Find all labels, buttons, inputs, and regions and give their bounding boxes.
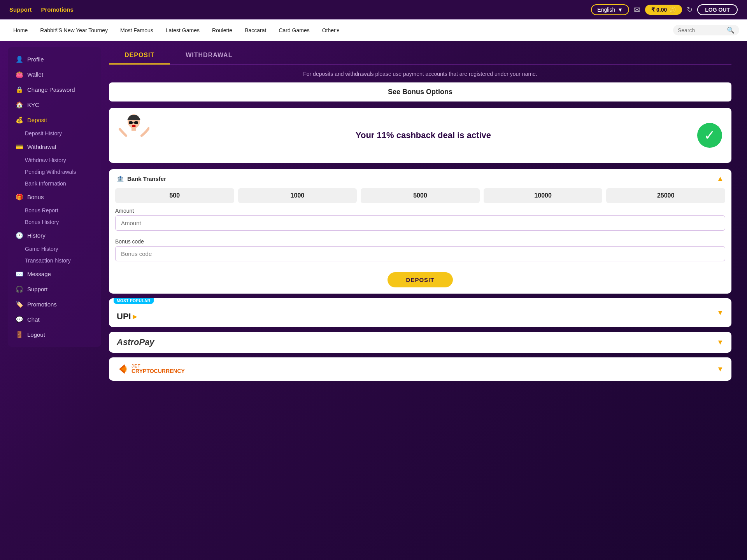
- sidebar-label-kyc: KYC: [27, 102, 39, 108]
- nav-baccarat[interactable]: Baccarat: [239, 25, 272, 36]
- astropay-card[interactable]: AstroPay ▼: [109, 332, 731, 353]
- sidebar-label-withdraw-history: Withdraw History: [25, 157, 66, 163]
- bonus-code-input[interactable]: [115, 246, 725, 261]
- sidebar-item-deposit-history[interactable]: Deposit History: [8, 128, 101, 139]
- profile-icon: 👤: [16, 56, 23, 63]
- astropay-chevron-down-icon: ▼: [717, 338, 724, 346]
- sidebar-item-promotions[interactable]: 🏷️ Promotions: [8, 297, 101, 312]
- svg-rect-4: [132, 128, 136, 131]
- bank-transfer-card: 🏦 Bank Transfer ▲ 500 1000 5000 10000 25…: [109, 169, 731, 294]
- support-icon: 🎧: [16, 285, 23, 293]
- bank-transfer-chevron-up-icon: ▲: [717, 175, 724, 183]
- sidebar-item-history[interactable]: 🕐 History: [8, 228, 101, 243]
- sidebar-label-logout: Logout: [27, 331, 45, 338]
- sidebar-label-deposit: Deposit: [27, 117, 47, 123]
- sidebar-item-chat[interactable]: 💬 Chat: [8, 312, 101, 327]
- bank-icon: 🏦: [117, 175, 124, 182]
- sidebar-item-profile[interactable]: 👤 Profile: [8, 52, 101, 67]
- bonus-code-label: Bonus code: [115, 238, 725, 245]
- info-text: For deposits and withdrawals please use …: [109, 71, 731, 77]
- sidebar-item-wallet[interactable]: 👛 Wallet: [8, 67, 101, 82]
- chat-icon: 💬: [16, 316, 23, 323]
- sidebar-item-logout[interactable]: 🚪 Logout: [8, 327, 101, 342]
- sidebar-item-bonus[interactable]: 🎁 Bonus: [8, 189, 101, 205]
- sidebar-label-profile: Profile: [27, 56, 44, 63]
- main-layout: 👤 Profile 👛 Wallet 🔒 Change Password 🏠 K…: [0, 41, 747, 560]
- sidebar-item-transaction-history[interactable]: Transaction history: [8, 255, 101, 266]
- nav-tourney[interactable]: Rabbit\'S New Year Tourney: [35, 25, 113, 36]
- sidebar-item-change-password[interactable]: 🔒 Change Password: [8, 82, 101, 97]
- sidebar-item-support[interactable]: 🎧 Support: [8, 282, 101, 297]
- sidebar-item-bank-information[interactable]: Bank Information: [8, 178, 101, 189]
- chevron-down-icon: ▼: [617, 7, 623, 13]
- promotions-link[interactable]: Promotions: [41, 6, 74, 13]
- logout-button[interactable]: LOG OUT: [697, 4, 738, 15]
- jet-chevron-down-icon: ▼: [717, 365, 724, 373]
- cashback-check-icon: ✓: [697, 123, 722, 148]
- amount-btn-1000[interactable]: 1000: [238, 188, 357, 203]
- svg-rect-1: [129, 121, 133, 124]
- amount-btn-25000[interactable]: 25000: [606, 188, 725, 203]
- bank-transfer-title: 🏦 Bank Transfer: [117, 175, 166, 182]
- sidebar-item-bonus-report[interactable]: Bonus Report: [8, 205, 101, 216]
- astropay-text: AstroPay: [117, 337, 154, 347]
- sidebar-item-kyc[interactable]: 🏠 KYC: [8, 97, 101, 112]
- sidebar-label-bonus: Bonus: [27, 194, 44, 200]
- sidebar-label-message: Message: [27, 271, 51, 277]
- nav-roulette[interactable]: Roulette: [207, 25, 238, 36]
- amount-btn-5000[interactable]: 5000: [361, 188, 480, 203]
- sidebar-label-transaction-history: Transaction history: [25, 257, 71, 264]
- upi-logo: UPI ▶: [117, 308, 137, 322]
- tab-deposit[interactable]: DEPOSIT: [109, 47, 170, 65]
- wallet-button[interactable]: ₹ 0.00 🪙: [645, 5, 682, 15]
- amount-input[interactable]: [115, 215, 725, 231]
- top-bar-right: English ▼ ✉ ₹ 0.00 🪙 ↻ LOG OUT: [591, 4, 738, 15]
- sidebar-item-message[interactable]: ✉️ Message: [8, 266, 101, 282]
- bank-transfer-header[interactable]: 🏦 Bank Transfer ▲: [109, 169, 731, 188]
- sidebar-label-withdrawal: Withdrawal: [27, 144, 56, 150]
- nav-other[interactable]: Other ▾: [317, 25, 345, 36]
- jet-card[interactable]: JET CRYPTOCURRENCY ▼: [109, 357, 731, 381]
- deposit-action-button[interactable]: DEPOSIT: [388, 272, 453, 287]
- sidebar-label-bonus-report: Bonus Report: [25, 207, 58, 214]
- jet-crypto-label: CRYPTOCURRENCY: [132, 368, 185, 374]
- sidebar-item-withdraw-history[interactable]: Withdraw History: [8, 154, 101, 166]
- sidebar-item-deposit[interactable]: 💰 Deposit: [8, 112, 101, 128]
- tab-withdrawal[interactable]: WITHDRAWAL: [170, 47, 248, 64]
- sidebar-label-bank-information: Bank Information: [25, 180, 66, 187]
- kyc-icon: 🏠: [16, 101, 23, 108]
- refresh-button[interactable]: ↻: [687, 5, 693, 14]
- mail-icon[interactable]: ✉: [634, 5, 640, 14]
- support-link[interactable]: Support: [9, 6, 32, 13]
- sidebar: 👤 Profile 👛 Wallet 🔒 Change Password 🏠 K…: [8, 47, 101, 347]
- astropay-logo: AstroPay: [117, 337, 154, 347]
- cashback-person-image: [118, 112, 149, 158]
- sidebar-item-pending-withdrawals[interactable]: Pending Withdrawals: [8, 166, 101, 178]
- sidebar-item-withdrawal[interactable]: 💳 Withdrawal: [8, 139, 101, 154]
- nav-home[interactable]: Home: [8, 25, 33, 36]
- nav-latest-games[interactable]: Latest Games: [160, 25, 205, 36]
- amount-btn-10000[interactable]: 10000: [484, 188, 603, 203]
- bonus-options-button[interactable]: See Bonus Options: [109, 82, 731, 102]
- amount-btn-500[interactable]: 500: [115, 188, 234, 203]
- promotions-icon: 🏷️: [16, 301, 23, 308]
- amount-label: Amount: [115, 208, 725, 214]
- most-popular-badge: MOST POPULAR: [114, 298, 154, 304]
- sidebar-label-wallet: Wallet: [27, 71, 43, 78]
- sidebar-label-history: History: [27, 232, 46, 239]
- sidebar-label-deposit-history: Deposit History: [25, 130, 62, 136]
- sidebar-item-bonus-history[interactable]: Bonus History: [8, 216, 101, 228]
- wallet-amount: ₹ 0.00: [651, 7, 667, 13]
- sidebar-item-game-history[interactable]: Game History: [8, 243, 101, 255]
- sidebar-label-change-password: Change Password: [27, 86, 75, 93]
- nav-card-games[interactable]: Card Games: [273, 25, 315, 36]
- wallet-icon: 👛: [16, 71, 23, 78]
- nav-most-famous[interactable]: Most Famous: [115, 25, 159, 36]
- language-button[interactable]: English ▼: [591, 4, 629, 15]
- search-input[interactable]: [678, 27, 724, 33]
- message-icon: ✉️: [16, 270, 23, 278]
- upi-card[interactable]: MOST POPULAR UPI ▶ ▼: [109, 298, 731, 327]
- amount-section: Amount: [109, 208, 731, 238]
- chevron-down-icon: ▾: [337, 27, 339, 33]
- search-icon: 🔍: [727, 26, 735, 34]
